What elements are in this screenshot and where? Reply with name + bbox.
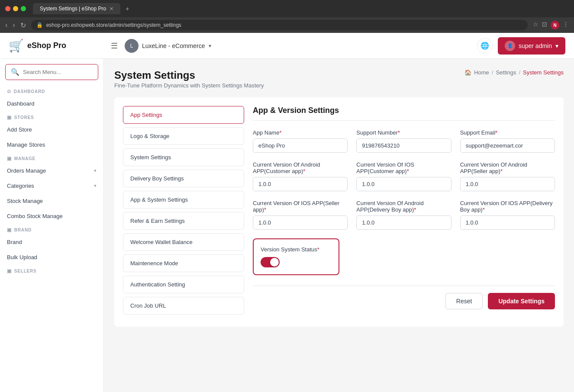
hamburger-icon[interactable]: ☰ [111,41,118,51]
sidebar-item-stock-manage[interactable]: Stock Manage [0,193,103,209]
settings-section-title: App & Version Settings [253,106,555,121]
sidebar-item-manage-stores[interactable]: Manage Stores [0,137,103,152]
search-box[interactable]: 🔍 [5,64,98,80]
sidebar-section-brand: ▣ BRAND [0,224,103,235]
form-row-2: Current Version Of Android APP(Customer … [253,161,555,191]
form-group-ios-customer: Current Version Of IOS APP(Customer app)… [356,161,451,191]
breadcrumb-settings[interactable]: Settings [496,69,516,76]
admin-avatar-icon: 👤 [505,41,515,51]
search-input[interactable] [23,69,93,75]
update-settings-button[interactable]: Update Settings [488,293,555,309]
settings-nav-app-system[interactable]: App & System Settings [123,191,244,209]
ios-customer-label: Current Version Of IOS APP(Customer app)… [356,161,451,174]
admin-button[interactable]: 👤 super admin ▾ [498,37,565,55]
close-dot[interactable] [5,6,10,11]
globe-button[interactable]: 🌐 [477,38,493,54]
store-chevron-icon: ▾ [209,43,211,49]
minimize-dot[interactable] [13,6,18,11]
logo-text: eShop Pro [27,41,66,50]
support-email-required: * [495,129,497,136]
settings-nav-auth[interactable]: Authentication Setting [123,276,244,293]
reset-button[interactable]: Reset [445,293,483,309]
ios-seller-label: Current Version Of IOS APP(Seller app)* [253,200,348,213]
orders-manage-label: Orders Manage [7,167,46,174]
android-customer-input[interactable] [253,177,348,191]
sidebar-item-brand[interactable]: Brand [0,235,103,250]
lock-icon: 🔒 [36,22,43,28]
logo-area: 🛒 eShop Pro [9,39,104,53]
settings-nav-app-settings[interactable]: App Settings [123,106,244,124]
dashboard-section-label: DASHBOARD [14,89,45,94]
toggle-thumb [270,258,279,267]
dashboard-label: Dashboard [7,100,35,107]
breadcrumb-sep-2: / [519,69,520,76]
browser-tab[interactable]: System Settings | eShop Pro ✕ [33,3,120,14]
bookmark-icon[interactable]: ☆ [533,21,539,29]
support-number-required: * [398,129,400,136]
combo-stock-label: Combo Stock Manage [7,213,63,219]
sidebar-item-categories[interactable]: Categories ▾ [0,178,103,193]
android-delivery-label: Current Version Of Android APP(Delivery … [356,200,451,213]
manage-section-icon: ▣ [7,156,12,161]
settings-nav-refer-earn[interactable]: Refer & Earn Settings [123,212,244,230]
brand-section-label: BRAND [14,228,32,232]
settings-nav-logo-storage[interactable]: Logo & Storage [123,127,244,145]
maximize-dot[interactable] [21,6,26,11]
breadcrumb-current: System Settings [523,69,564,76]
address-bar-icons: ☆ ⊡ N ⋮ [533,21,569,29]
app-header: 🛒 eShop Pro ☰ L LuxeLine - eCommerce ▾ 🌐… [0,33,574,59]
brand-label: Brand [7,239,22,245]
sidebar-item-dashboard[interactable]: Dashboard [0,96,103,111]
app-name-input[interactable] [253,138,348,153]
form-group-android-delivery: Current Version Of Android APP(Delivery … [356,200,451,230]
extensions-icon[interactable]: ⊡ [542,21,547,29]
android-delivery-input[interactable] [356,215,451,230]
settings-nav-cron[interactable]: Cron Job URL [123,297,244,315]
forward-button[interactable]: › [13,21,15,29]
settings-panel: App Settings Logo & Storage System Setti… [114,97,564,327]
menu-icon[interactable]: ⋮ [563,21,569,29]
settings-nav-delivery-boy[interactable]: Delivery Boy Settings [123,170,244,187]
app: 🛒 eShop Pro ☰ L LuxeLine - eCommerce ▾ 🌐… [0,33,574,392]
settings-nav-system-settings[interactable]: System Settings [123,148,244,166]
home-icon: 🏠 [464,69,471,76]
sidebar-item-combo-stock[interactable]: Combo Stock Manage [0,209,103,224]
settings-nav-welcome-wallet[interactable]: Welcome Wallet Balance [123,233,244,251]
form-row-1: App Name* Support Number* [253,129,555,153]
breadcrumb-home[interactable]: Home [474,69,489,76]
back-button[interactable]: ‹ [5,21,7,29]
tab-close-icon[interactable]: ✕ [110,6,113,12]
page-subtitle: Fine-Tune Platform Dynamics with System … [114,82,264,89]
url-bar[interactable]: 🔒 eshop-pro.eshopweb.store/admin/setting… [31,20,528,30]
stores-section-label: STORES [14,115,34,120]
settings-nav-maintenance[interactable]: Maintenence Mode [123,254,244,272]
browser-profile[interactable]: N [551,21,559,29]
dashboard-section-icon: ⊙ [7,89,11,94]
android-seller-input[interactable] [460,177,555,191]
support-number-input[interactable] [356,138,451,153]
ios-delivery-label: Current Version Of IOS APP(Delivery Boy … [460,200,555,213]
categories-chevron-icon: ▾ [94,183,97,189]
reload-button[interactable]: ↻ [20,21,26,29]
support-email-input[interactable] [460,138,555,153]
ios-delivery-input[interactable] [460,215,555,230]
version-status-toggle[interactable] [261,257,280,267]
ios-customer-input[interactable] [356,177,451,191]
sidebar-section-manage: ▣ MANAGE [0,152,103,163]
ios-seller-input[interactable] [253,215,348,230]
form-group-support-number: Support Number* [356,129,451,153]
android-customer-label: Current Version Of Android APP(Customer … [253,161,348,174]
new-tab-icon[interactable]: + [126,5,129,12]
sidebar-item-orders-manage[interactable]: Orders Manage ▾ [0,163,103,178]
version-status-required: * [317,246,319,253]
manage-stores-label: Manage Stores [7,141,45,148]
store-selector[interactable]: L LuxeLine - eCommerce ▾ [125,39,211,53]
main-layout: 🔍 ⊙ DASHBOARD Dashboard ▣ STORES Add Sto… [0,59,574,392]
sidebar-section-sellers: ▣ SELLERS [0,265,103,276]
admin-label: super admin [519,42,552,49]
page-content: System Settings Fine-Tune Platform Dynam… [104,59,574,392]
sidebar-item-add-store[interactable]: Add Store [0,122,103,137]
form-group-support-email: Support Email* [460,129,555,153]
sellers-section-label: SELLERS [14,269,37,273]
sidebar-item-bulk-upload[interactable]: Bulk Upload [0,250,103,265]
